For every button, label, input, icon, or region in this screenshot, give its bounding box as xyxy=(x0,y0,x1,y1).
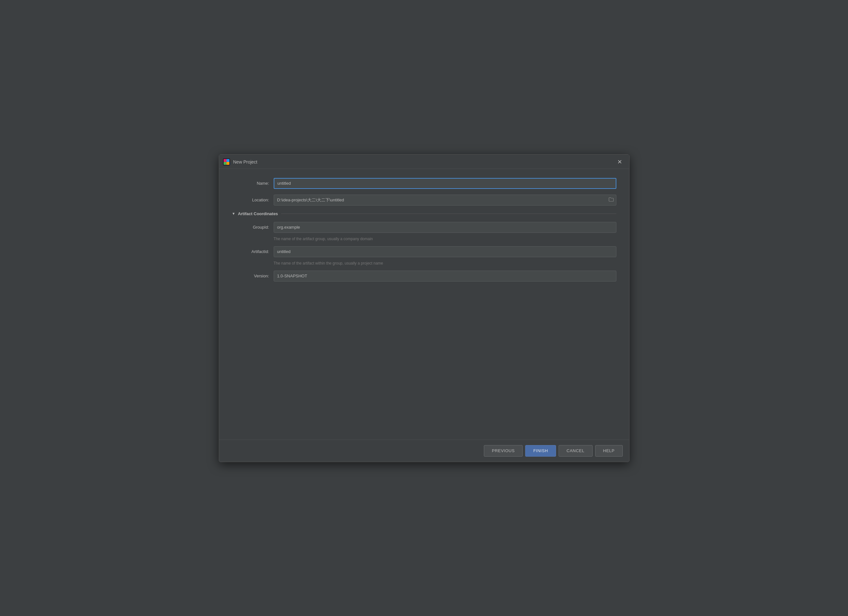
groupid-row: GroupId: xyxy=(232,222,616,233)
name-input[interactable] xyxy=(274,178,616,189)
name-label: Name: xyxy=(232,181,274,186)
svg-rect-3 xyxy=(224,162,227,165)
location-row: Location: xyxy=(232,195,616,206)
section-title: Artifact Coordinates xyxy=(238,211,278,216)
groupid-input[interactable] xyxy=(274,222,616,233)
finish-button[interactable]: FINISH xyxy=(525,445,556,457)
help-button[interactable]: HELP xyxy=(595,445,623,457)
dialog-content: Name: Location: ▼ Artifact Coordinates xyxy=(219,169,629,440)
groupid-hint: The name of the artifact group, usually … xyxy=(274,237,616,241)
version-label: Version: xyxy=(232,274,274,278)
version-input[interactable] xyxy=(274,271,616,281)
cancel-button[interactable]: CANCEL xyxy=(559,445,593,457)
folder-browse-button[interactable] xyxy=(608,197,614,204)
svg-rect-4 xyxy=(227,162,230,165)
name-row: Name: xyxy=(232,178,616,189)
title-left: New Project xyxy=(223,158,257,166)
artifact-section-header: ▼ Artifact Coordinates xyxy=(232,211,616,216)
section-toggle-icon[interactable]: ▼ xyxy=(232,212,236,215)
version-row: Version: xyxy=(232,271,616,281)
svg-rect-2 xyxy=(227,159,230,162)
location-input-wrap xyxy=(274,195,616,206)
groupid-label: GroupId: xyxy=(232,225,274,230)
artifactid-hint: The name of the artifact within the grou… xyxy=(274,261,616,265)
dialog-footer: PREVIOUS FINISH CANCEL HELP xyxy=(219,440,629,462)
title-bar: New Project ✕ xyxy=(219,155,629,169)
previous-button[interactable]: PREVIOUS xyxy=(484,445,523,457)
artifactid-label: ArtifactId: xyxy=(232,249,274,254)
artifactid-row: ArtifactId: xyxy=(232,246,616,257)
app-icon xyxy=(223,158,230,166)
svg-rect-1 xyxy=(224,159,227,162)
artifactid-input[interactable] xyxy=(274,246,616,257)
new-project-dialog: New Project ✕ Name: Location: ▼ xyxy=(219,154,630,462)
location-input[interactable] xyxy=(274,195,616,206)
dialog-title: New Project xyxy=(233,159,257,164)
location-label: Location: xyxy=(232,197,274,202)
section-divider xyxy=(281,213,616,214)
close-button[interactable]: ✕ xyxy=(615,158,624,166)
